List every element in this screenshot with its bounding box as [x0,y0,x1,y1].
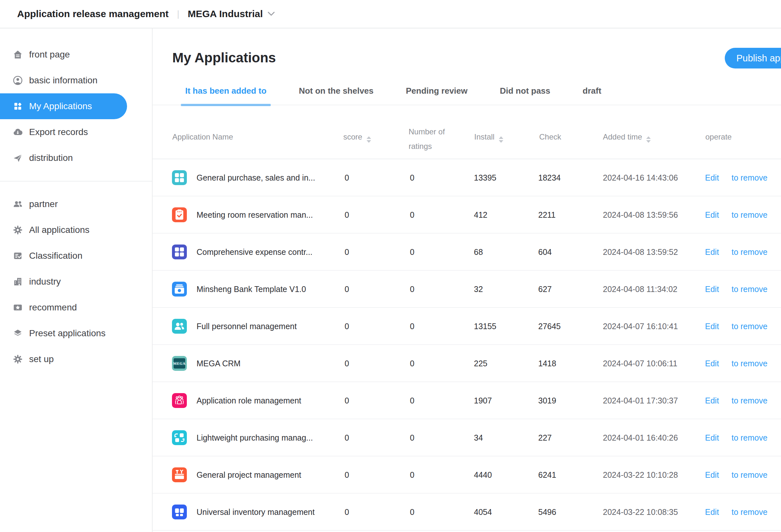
install-count: 13395 [474,173,497,182]
check-count: 27645 [538,321,561,331]
application-name: Minsheng Bank Template V1.0 [197,284,306,294]
install-count: 4440 [474,470,492,479]
check-count: 18234 [538,173,561,182]
app-icon-toolbox [172,468,187,482]
edit-link[interactable]: Edit [705,173,719,182]
sidebar-item-partner[interactable]: partner [0,191,152,217]
sidebar-item-all-applications[interactable]: All applications [0,217,152,243]
added-time: 2024-04-01 17:30:37 [603,396,678,405]
top-bar: Application release management | MEGA In… [0,0,781,29]
check-count: 3019 [538,396,556,405]
score-value: 0 [344,470,349,479]
column-added-time: Added time [603,132,651,143]
remove-link[interactable]: to remove [732,173,768,182]
added-time: 2024-04-07 16:10:41 [603,321,678,331]
grid-icon [13,101,23,111]
remove-link[interactable]: to remove [732,210,768,219]
check-count: 1418 [538,359,556,368]
application-name: MEGA CRM [197,359,241,368]
edit-link[interactable]: Edit [705,359,719,368]
list-check-icon [13,251,23,261]
sidebar-item-industry[interactable]: industry [0,269,152,295]
tab-it-has-been-added-to[interactable]: It has been added to [185,85,266,105]
sidebar-item-label: industry [29,276,61,287]
sidebar-item-label: All applications [29,225,89,235]
remove-link[interactable]: to remove [732,321,768,331]
table-header: Application Name score Number of ratings… [153,105,781,159]
added-time: 2024-04-07 10:06:11 [603,359,677,368]
app-icon-archive [172,504,187,519]
sort-icon[interactable] [646,136,651,143]
column-application-name: Application Name [172,132,233,142]
install-count: 13155 [474,321,497,331]
app-icon-grid4 [172,245,187,259]
ratings-count: 0 [410,359,414,368]
install-count: 1907 [474,396,492,405]
table-body: General purchase, sales and in...0013395… [153,159,781,531]
remove-link[interactable]: to remove [732,507,768,517]
sidebar-item-classification[interactable]: Classification [0,243,152,269]
table-row: General project management00444062412024… [153,456,781,494]
added-time: 2024-04-08 11:34:02 [603,284,677,294]
remove-link[interactable]: to remove [732,396,768,405]
application-name: General project management [197,470,301,479]
edit-link[interactable]: Edit [705,396,719,405]
ratings-count: 0 [410,173,414,182]
check-count: 5496 [538,507,556,517]
sort-icon[interactable] [499,136,503,143]
tab-draft[interactable]: draft [582,85,601,105]
application-name: Comprehensive expense contr... [197,247,313,257]
sidebar-item-label: Export records [29,127,88,137]
sort-icon[interactable] [367,136,371,143]
publish-application-button[interactable]: Publish application [725,48,781,69]
sidebar-item-my-applications[interactable]: My Applications [0,93,127,119]
app-icon-banknote [172,282,187,297]
tab-not-on-the-shelves[interactable]: Not on the shelves [299,85,373,105]
table-row: Full personnel management001315527645202… [153,308,781,345]
sidebar-item-basic-information[interactable]: basic information [0,68,152,93]
install-count: 412 [474,210,488,219]
ratings-count: 0 [410,470,414,479]
chevron-down-icon [268,11,275,16]
application-name: Lightweight purchasing manag... [197,433,313,442]
org-switcher[interactable]: MEGA Industrial [188,8,275,19]
sidebar-item-export-records[interactable]: Export records [0,119,152,145]
edit-link[interactable]: Edit [705,284,719,294]
remove-link[interactable]: to remove [732,359,768,368]
check-count: 604 [538,247,552,257]
layers-icon [13,328,23,338]
edit-link[interactable]: Edit [705,470,719,479]
score-value: 0 [344,321,349,331]
sidebar: front pagebasic informationMy Applicatio… [0,29,153,532]
edit-link[interactable]: Edit [705,433,719,442]
sidebar-item-recommend[interactable]: recommend [0,295,152,320]
app-icon-grid4 [172,170,187,185]
status-tabs: It has been added toNot on the shelvesPe… [185,85,633,105]
check-count: 6241 [538,470,556,479]
sidebar-divider [0,181,152,182]
tab-pending-review[interactable]: Pending review [406,85,468,105]
sidebar-item-set-up[interactable]: set up [0,346,152,372]
sidebar-item-label: basic information [29,75,97,86]
table-row: Universal inventory management0040545496… [153,494,781,531]
app-icon-mega: MEGA [172,356,187,371]
edit-link[interactable]: Edit [705,210,719,219]
sidebar-item-distribution[interactable]: distribution [0,145,152,171]
org-name: MEGA Industrial [188,8,263,19]
score-value: 0 [344,359,349,368]
column-install: Install [474,132,503,143]
remove-link[interactable]: to remove [732,433,768,442]
edit-link[interactable]: Edit [705,507,719,517]
edit-link[interactable]: Edit [705,321,719,331]
remove-link[interactable]: to remove [732,284,768,294]
added-time: 2024-03-22 10:08:35 [603,507,678,517]
remove-link[interactable]: to remove [732,247,768,257]
edit-link[interactable]: Edit [705,247,719,257]
tab-did-not-pass[interactable]: Did not pass [500,85,550,105]
column-score: score [343,132,371,143]
remove-link[interactable]: to remove [732,470,768,479]
sidebar-item-preset-applications[interactable]: Preset applications [0,320,152,346]
sidebar-item-front-page[interactable]: front page [0,42,152,68]
main-content: My Applications Publish application It h… [153,29,781,532]
sidebar-item-label: Classification [29,251,82,261]
